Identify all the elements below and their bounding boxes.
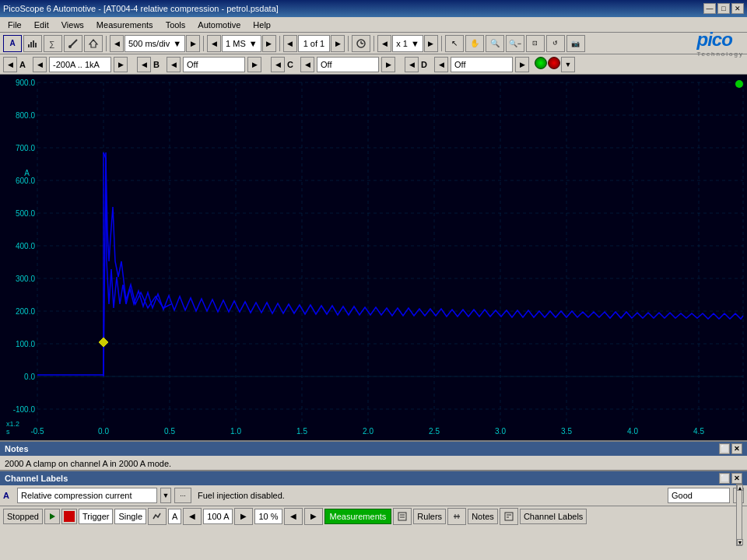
channel-c-range[interactable]: Off bbox=[317, 57, 379, 72]
zoom-out-icon[interactable]: 🔍− bbox=[506, 35, 524, 52]
record-green-button[interactable] bbox=[535, 57, 547, 69]
svg-text:4.0: 4.0 bbox=[627, 427, 638, 436]
channel-d-prev[interactable]: ◀ bbox=[434, 57, 448, 72]
amplitude-dropdown[interactable]: 100 A bbox=[203, 509, 233, 524]
stop-button[interactable] bbox=[61, 509, 77, 524]
record-red-button[interactable] bbox=[548, 57, 560, 69]
bufferpos-prev[interactable]: ◀ bbox=[283, 35, 297, 52]
mode-icon[interactable] bbox=[148, 508, 167, 525]
zoom-dropdown[interactable]: x 1 ▼ bbox=[392, 35, 423, 52]
buffer-prev[interactable]: ◀ bbox=[207, 35, 221, 52]
channel-d-range[interactable]: Off bbox=[451, 57, 513, 72]
svg-rect-11 bbox=[0, 75, 747, 440]
timebase-prev[interactable]: ◀ bbox=[110, 35, 124, 52]
channel-labels-panel: Channel Labels ⬜ ✕ A Relative compressio… bbox=[0, 470, 747, 506]
channel-a-icon[interactable]: A bbox=[3, 35, 22, 52]
channel-status-dropdown[interactable]: A bbox=[168, 509, 181, 524]
maximize-button[interactable]: □ bbox=[717, 3, 730, 14]
channel-c-next[interactable]: ▶ bbox=[381, 57, 395, 72]
notes-text: 2000 A clamp on channel A in 2000 A mode… bbox=[5, 459, 171, 468]
notes-float-button[interactable]: ⬜ bbox=[719, 443, 730, 454]
channel-a-prev[interactable]: ◀ bbox=[33, 57, 47, 72]
buffer-nav: ◀ 1 MS ▼ ▶ bbox=[207, 35, 276, 52]
channel-bar: ◀ A ◀ -200A .. 1kA ▶ ◀ B ◀ Off ▶ ◀ C ◀ O… bbox=[0, 54, 747, 75]
app-title: PicoScope 6 Automotive - [AT004-4 relati… bbox=[3, 4, 279, 13]
zoom-reset-icon[interactable]: ↺ bbox=[546, 35, 565, 52]
minimize-button[interactable]: — bbox=[703, 3, 716, 14]
svg-text:4.5: 4.5 bbox=[693, 427, 704, 436]
channel-b-next[interactable]: ▶ bbox=[247, 57, 261, 72]
channel-b-label: B bbox=[153, 60, 164, 69]
buffer-next[interactable]: ▶ bbox=[262, 35, 276, 52]
menu-views[interactable]: Views bbox=[55, 19, 90, 31]
notes-status-button[interactable]: Notes bbox=[468, 509, 498, 524]
spectrum-icon[interactable] bbox=[23, 35, 42, 52]
math-icon[interactable]: ∑ bbox=[44, 35, 62, 52]
mode-dropdown[interactable]: Single bbox=[114, 509, 146, 524]
cursor-icon[interactable]: ↖ bbox=[445, 35, 464, 52]
zoom-fit-icon[interactable]: ⊡ bbox=[526, 35, 545, 52]
snapshot-icon[interactable]: 📷 bbox=[566, 35, 585, 52]
hand-icon[interactable]: ✋ bbox=[465, 35, 484, 52]
cl-channel-a-name-dropdown[interactable]: Relative compression current bbox=[17, 488, 157, 503]
window-controls: — □ ✕ bbox=[703, 3, 744, 14]
zoom-next[interactable]: ▶ bbox=[424, 35, 438, 52]
notes-scrollbar[interactable]: ▲ ▼ bbox=[736, 484, 742, 546]
rulers-button[interactable]: Rulers bbox=[413, 509, 446, 524]
channel-c-prev[interactable]: ◀ bbox=[300, 57, 314, 72]
channel-d-left[interactable]: ◀ bbox=[405, 57, 419, 72]
channel-labels-float-button[interactable]: ⬜ bbox=[719, 473, 730, 484]
rulers-icon[interactable] bbox=[447, 508, 466, 525]
channel-b-range[interactable]: Off bbox=[183, 57, 245, 72]
menubar: File Edit Views Measurements Tools Autom… bbox=[0, 17, 747, 33]
notes-close-button[interactable]: ✕ bbox=[731, 443, 742, 454]
buffer-dropdown[interactable]: 1 MS ▼ bbox=[222, 35, 261, 52]
svg-text:-100.0: -100.0 bbox=[13, 405, 36, 414]
zoom-in-icon[interactable]: 🔍 bbox=[486, 35, 504, 52]
menu-tools[interactable]: Tools bbox=[160, 19, 192, 31]
house-icon[interactable] bbox=[84, 35, 103, 52]
status-prev[interactable]: ◀ bbox=[183, 508, 202, 525]
menu-file[interactable]: File bbox=[2, 19, 28, 31]
menu-edit[interactable]: Edit bbox=[28, 19, 55, 31]
svg-point-62 bbox=[735, 80, 743, 88]
zoom-prev[interactable]: ◀ bbox=[377, 35, 391, 52]
menu-help[interactable]: Help bbox=[247, 19, 277, 31]
notes-icon[interactable] bbox=[500, 508, 518, 525]
percent-dropdown[interactable]: 10 % bbox=[254, 509, 282, 524]
cl-channel-a-quality[interactable]: Good bbox=[668, 488, 730, 503]
probe-icon[interactable] bbox=[64, 35, 82, 52]
statusbar: Stopped Trigger Single A ◀ 100 A ▶ 10 % … bbox=[0, 506, 747, 526]
menu-measurements[interactable]: Measurements bbox=[90, 19, 160, 31]
svg-text:x1.2: x1.2 bbox=[6, 420, 19, 428]
measurements-icon[interactable] bbox=[393, 508, 412, 525]
channel-a-range[interactable]: -200A .. 1kA bbox=[49, 57, 111, 72]
cl-channel-a-arrow[interactable]: ▼ bbox=[160, 488, 171, 503]
status-next[interactable]: ▶ bbox=[234, 508, 253, 525]
measurements-button[interactable]: Measurements bbox=[324, 509, 392, 524]
play-button[interactable] bbox=[44, 509, 60, 524]
channel-labels-close-button[interactable]: ✕ bbox=[731, 473, 742, 484]
channel-labels-status-button[interactable]: Channel Labels bbox=[520, 509, 587, 524]
percent-next[interactable]: ▶ bbox=[304, 508, 323, 525]
percent-prev[interactable]: ◀ bbox=[284, 508, 303, 525]
channel-a-next[interactable]: ▶ bbox=[114, 57, 128, 72]
channel-b-prev[interactable]: ◀ bbox=[167, 57, 181, 72]
svg-rect-64 bbox=[398, 513, 406, 520]
channel-b-left[interactable]: ◀ bbox=[137, 57, 151, 72]
cl-channel-a-dots[interactable]: ··· bbox=[174, 488, 191, 503]
trigger-icon[interactable] bbox=[352, 35, 370, 52]
menu-automotive[interactable]: Automotive bbox=[191, 19, 247, 31]
timebase-dropdown[interactable]: 500 ms/div ▼ bbox=[124, 35, 185, 52]
channel-c-left[interactable]: ◀ bbox=[271, 57, 285, 72]
trigger-dropdown[interactable]: Trigger bbox=[79, 509, 113, 524]
channel-d-next[interactable]: ▶ bbox=[515, 57, 529, 72]
svg-rect-3 bbox=[35, 43, 37, 47]
timebase-next[interactable]: ▶ bbox=[186, 35, 200, 52]
channel-a-left[interactable]: ◀ bbox=[3, 57, 17, 72]
close-button[interactable]: ✕ bbox=[731, 3, 744, 14]
record-arrow[interactable]: ▼ bbox=[561, 57, 575, 72]
svg-point-6 bbox=[68, 45, 72, 48]
svg-text:1.5: 1.5 bbox=[296, 427, 307, 436]
bufferpos-next[interactable]: ▶ bbox=[331, 35, 345, 52]
